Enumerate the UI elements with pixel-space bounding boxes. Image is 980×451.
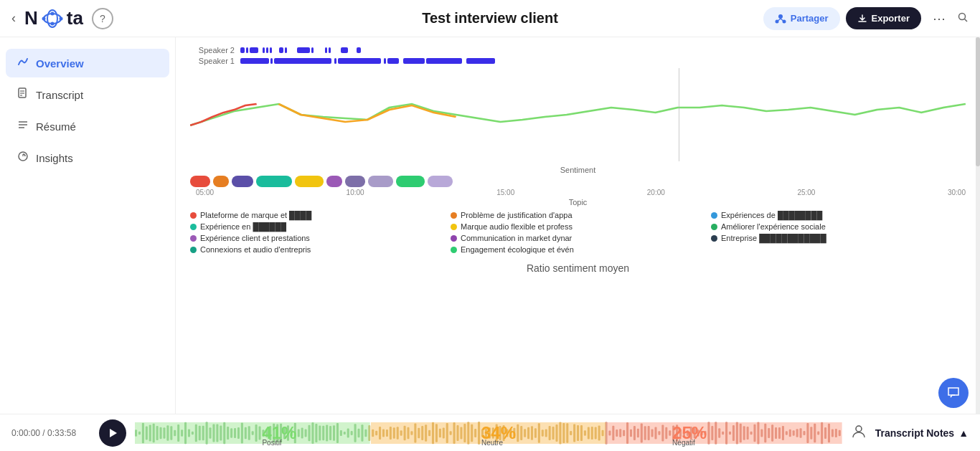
play-button[interactable]: [99, 419, 126, 447]
svg-point-4: [59, 16, 62, 20]
sentiment-pills-row: [190, 176, 966, 187]
header-right: Partager Exporter ⋯: [763, 7, 969, 30]
legend-dot-9: [190, 247, 197, 253]
help-button[interactable]: ?: [92, 8, 113, 29]
sidebar-item-overview[interactable]: Overview: [6, 49, 169, 77]
time-mark-4: 20:00: [647, 189, 665, 196]
legend-dot-7: [451, 235, 457, 242]
bar: [246, 47, 248, 53]
transcript-icon: [17, 87, 29, 102]
time-mark-6: 30:00: [948, 189, 966, 196]
back-button[interactable]: ‹: [11, 11, 16, 26]
speaker-timeline: Speaker 2: [190, 46, 966, 65]
main-content: Speaker 2: [176, 37, 980, 451]
header: ‹ N ta ? Test interview client Partager …: [0, 0, 980, 37]
sidebar-item-transcript[interactable]: Transcript: [6, 80, 169, 109]
audio-player-bar: 0:00:00 / 0:33:58 41% Positif 34% Neutre…: [0, 414, 980, 451]
bar: [270, 58, 273, 64]
svg-line-12: [965, 19, 968, 22]
insights-label: Insights: [36, 152, 73, 164]
time-mark-5: 25:00: [797, 189, 815, 196]
sentiment-line-chart: [190, 68, 966, 161]
bar: [285, 47, 287, 53]
legend-item-5: Améliorer l'expérience sociale: [711, 222, 966, 231]
legend-label-1: Problème de justification d'appa: [461, 211, 573, 219]
bar: [334, 58, 336, 64]
bar: [325, 47, 327, 53]
legend-dot-2: [711, 212, 717, 219]
legend-label-0: Plateforme de marque et ████: [200, 211, 311, 219]
bar: [329, 47, 331, 53]
legend-item-2: Expériences de ████████: [711, 211, 966, 219]
exporter-button[interactable]: Exporter: [846, 7, 921, 29]
header-left: ‹ N ta ?: [11, 7, 113, 29]
chevron-up-icon: ▲: [958, 427, 969, 439]
speaker1-label: Speaker 1: [190, 57, 235, 65]
exporter-label: Exporter: [872, 13, 910, 24]
svg-marker-22: [110, 429, 117, 437]
speaker1-row: Speaker 1: [190, 57, 966, 65]
partager-button[interactable]: Partager: [763, 7, 840, 30]
share-icon: [775, 13, 786, 24]
waveform-text-overlay: 41% Positif 34% Neutre 25% Négatif: [135, 419, 842, 447]
insights-svg-icon: [17, 151, 29, 162]
pill-orange: [213, 176, 229, 187]
legend-label-8: Entreprise ████████████: [721, 234, 826, 242]
pill-light-purple: [368, 176, 393, 187]
negatif-label: Négatif: [672, 439, 695, 447]
legend-dot-0: [190, 212, 197, 219]
legend-label-6: Expérience client et prestations: [200, 234, 310, 242]
pill-yellow: [295, 176, 324, 187]
topic-label: Topic: [190, 198, 966, 206]
bar: [250, 47, 258, 53]
legend-dot-6: [190, 235, 197, 242]
logo: N ta: [24, 7, 83, 29]
bar: [341, 47, 348, 53]
time-mark-2: 10:00: [347, 189, 364, 196]
resume-label: Résumé: [36, 120, 76, 133]
legend-label-9: Connexions et audio d'entrepris: [200, 245, 311, 254]
pill-red: [190, 176, 210, 187]
logo-dna-icon: [41, 9, 64, 29]
legend-label-2: Expériences de ████████: [721, 211, 822, 219]
overview-icon: [17, 56, 29, 70]
speaker1-bars: [240, 57, 966, 65]
user-icon: [851, 423, 867, 439]
legend-dot-10: [451, 247, 457, 253]
bar: [338, 58, 381, 64]
legend-item-0: Plateforme de marque et ████: [190, 211, 445, 219]
scrollbar-thumb[interactable]: [976, 37, 980, 166]
svg-point-223: [856, 426, 862, 432]
transcript-notes-label: Transcript Notes: [875, 427, 954, 439]
sidebar-item-resume[interactable]: Résumé: [6, 112, 169, 141]
transcript-notes-button[interactable]: Transcript Notes ▲: [875, 427, 969, 439]
download-icon: [857, 14, 867, 24]
chat-button[interactable]: [938, 378, 969, 408]
time-mark-1: 05:00: [196, 189, 214, 196]
search-button[interactable]: [957, 11, 969, 26]
sidebar-item-insights[interactable]: Insights: [6, 143, 169, 172]
logo-n: N: [24, 7, 38, 29]
transcript-svg-icon: [17, 87, 29, 99]
bar: [274, 58, 331, 64]
svg-point-6: [778, 14, 783, 19]
positif-label: Positif: [262, 439, 281, 447]
user-icon-button[interactable]: [851, 423, 867, 442]
pill-soft-purple: [428, 176, 453, 187]
ratio-spacer: [190, 280, 966, 323]
legend: Plateforme de marque et ████ Problème de…: [190, 211, 966, 254]
time-axis: 05:00 10:00 15:00 20:00 25:00 30:00: [190, 189, 966, 196]
line-chart: [190, 68, 966, 161]
page-title: Test interview client: [422, 10, 558, 27]
sentiment-label: Sentiment: [190, 166, 966, 174]
legend-label-7: Communication in market dynar: [461, 234, 572, 242]
partager-label: Partager: [791, 13, 829, 24]
resume-icon: [17, 119, 29, 133]
legend-label-5: Améliorer l'expérience sociale: [721, 222, 826, 231]
legend-dot-1: [451, 212, 457, 219]
bar: [466, 58, 495, 64]
pill-purple: [232, 176, 253, 187]
more-options-button[interactable]: ⋯: [927, 8, 951, 29]
legend-item-6: Expérience client et prestations: [190, 234, 445, 242]
bar: [240, 58, 269, 64]
